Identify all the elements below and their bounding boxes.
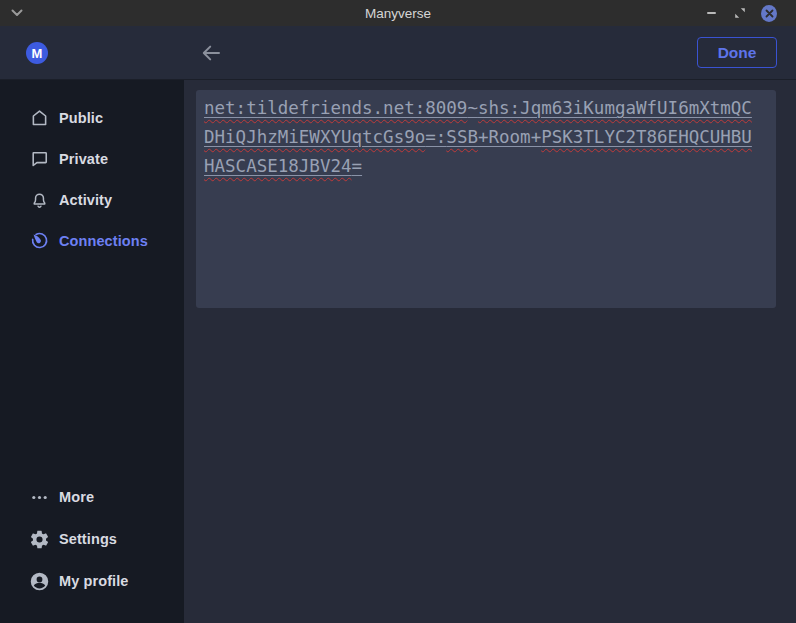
connections-dial-icon bbox=[27, 229, 51, 253]
gear-icon bbox=[27, 527, 51, 551]
sidebar-item-public[interactable]: Public bbox=[0, 97, 184, 138]
misspelled-text-segment: shs:Jqm63iKumgaWfUI6mXtmQC bbox=[478, 98, 752, 118]
sidebar-item-label: My profile bbox=[59, 573, 128, 589]
sidebar-item-connections[interactable]: Connections bbox=[0, 220, 184, 261]
sidebar-item-label: Public bbox=[59, 110, 103, 126]
connection-address-textarea[interactable]: net:tildefriends.net:8009~shs:Jqm63iKumg… bbox=[196, 90, 776, 308]
editor-line: DHiQJhzMiEWXYUqtcGs9o=:SSB+Room+PSK3TLYC… bbox=[204, 123, 768, 152]
sidebar-item-settings[interactable]: Settings bbox=[0, 518, 184, 560]
chevron-down-icon bbox=[11, 9, 23, 17]
done-button[interactable]: Done bbox=[697, 37, 777, 68]
sidebar-item-label: Settings bbox=[59, 531, 117, 547]
misspelled-text-segment: DHiQJhzMiEWXYUqtcGs9o bbox=[204, 127, 425, 147]
bell-icon bbox=[27, 188, 51, 212]
arrow-left-icon bbox=[199, 41, 223, 65]
misspelled-text-segment: PSK3TLYC2T86EHQCUHBU bbox=[541, 127, 752, 147]
sidebar-item-label: Private bbox=[59, 151, 108, 167]
ellipsis-icon bbox=[27, 485, 51, 509]
sidebar-item-my-profile[interactable]: My profile bbox=[0, 560, 184, 602]
misspelled-text-segment: HASCASE18JBV24 bbox=[204, 156, 352, 176]
manyverse-logo: M bbox=[26, 42, 48, 64]
sidebar-item-private[interactable]: Private bbox=[0, 138, 184, 179]
restore-window-icon bbox=[734, 7, 746, 19]
text-segment: = bbox=[352, 156, 363, 176]
minimize-icon bbox=[707, 12, 716, 14]
misspelled-text-segment: SSB bbox=[446, 127, 478, 147]
home-icon bbox=[27, 106, 51, 130]
window-title: Manyverse bbox=[0, 6, 796, 21]
sidebar-footer-nav: More Settings My profile bbox=[0, 476, 184, 602]
minimize-button[interactable] bbox=[703, 5, 719, 21]
sidebar-nav: Public Private Activity Connections bbox=[0, 80, 184, 261]
sidebar-item-label: Connections bbox=[59, 233, 148, 249]
window-menu-button[interactable] bbox=[9, 5, 25, 21]
sidebar-item-label: Activity bbox=[59, 192, 112, 208]
sidebar-item-activity[interactable]: Activity bbox=[0, 179, 184, 220]
content-area: net:tildefriends.net:8009~shs:Jqm63iKumg… bbox=[184, 80, 796, 623]
back-button[interactable] bbox=[198, 40, 224, 66]
logo-letter: M bbox=[32, 46, 43, 61]
profile-icon bbox=[27, 569, 51, 593]
editor-line: HASCASE18JBV24= bbox=[204, 152, 768, 181]
sidebar-item-more[interactable]: More bbox=[0, 476, 184, 518]
editor-line: net:tildefriends.net:8009~shs:Jqm63iKumg… bbox=[204, 94, 768, 123]
misspelled-text-segment: net:tildefriends.net:8009 bbox=[204, 98, 467, 118]
window-titlebar: Manyverse bbox=[0, 0, 796, 26]
restore-window-button[interactable] bbox=[732, 5, 748, 21]
app-header: M Done bbox=[0, 26, 796, 80]
text-segment: =: bbox=[425, 127, 446, 147]
text-segment: +Room+ bbox=[478, 127, 541, 147]
sidebar-item-label: More bbox=[59, 489, 94, 505]
chat-bubble-icon bbox=[27, 147, 51, 171]
sidebar: Public Private Activity Connections More… bbox=[0, 80, 184, 623]
text-segment: ~ bbox=[467, 98, 478, 118]
close-icon bbox=[761, 5, 777, 22]
close-button[interactable] bbox=[761, 5, 777, 21]
